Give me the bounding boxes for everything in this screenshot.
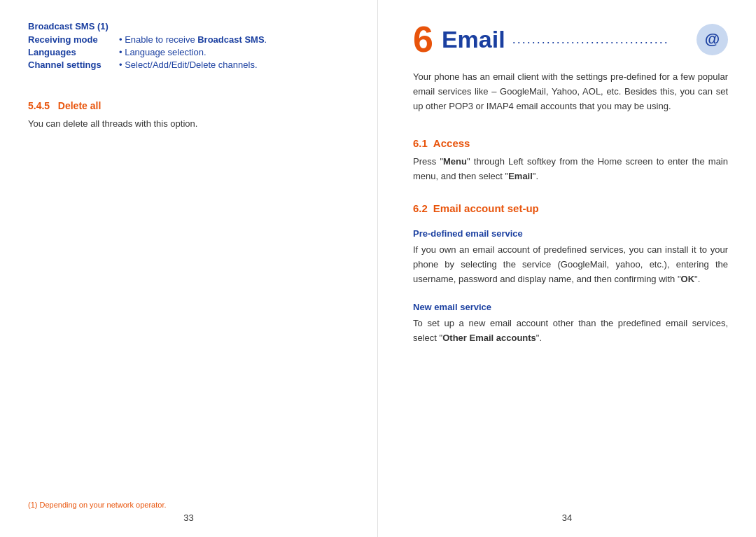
- section-545-text: You can delete all threads with this opt…: [28, 117, 349, 131]
- channel-settings-label: Channel settings: [28, 60, 119, 70]
- at-symbol: @: [705, 30, 720, 48]
- subsection-62-heading: 6.2 Email account set-up: [413, 202, 728, 214]
- subsection-61-title: Access: [433, 137, 470, 149]
- left-footnote: (1) Depending on your network operator.: [28, 501, 167, 509]
- subsection-62-number: 6.2: [413, 202, 428, 214]
- languages-label: Languages: [28, 47, 119, 57]
- subsection-61-heading: 6.1 Access: [413, 137, 728, 149]
- left-page: Broadcast SMS (1) Receiving mode • Enabl…: [0, 0, 378, 537]
- chapter-number: 6: [413, 21, 433, 57]
- section-545-heading: 5.4.5 Delete all: [28, 100, 349, 111]
- broadcast-row-languages: Languages • Language selection.: [28, 47, 349, 57]
- receiving-mode-prefix: • Enable to receive: [119, 34, 197, 45]
- receiving-mode-suffix: .: [265, 34, 267, 45]
- pre-defined-heading: Pre-defined email service: [413, 228, 728, 239]
- other-email-bold: Other Email accounts: [442, 333, 536, 343]
- email-at-icon: @: [696, 24, 728, 55]
- receiving-mode-desc: • Enable to receive Broadcast SMS.: [119, 34, 267, 45]
- subsection-61-text: Press "Menu" through Left softkey from t…: [413, 155, 728, 184]
- chapter-header: 6 Email ................................…: [413, 21, 728, 57]
- languages-desc: • Language selection.: [119, 47, 206, 57]
- new-email-text: To set up a new email account other than…: [413, 316, 728, 346]
- channel-settings-desc: • Select/Add/Edit/Delete channels.: [119, 60, 258, 70]
- subsection-61-number: 6.1: [413, 137, 428, 149]
- chapter-title: Email: [442, 26, 505, 53]
- subsection-62-title: Email account set-up: [433, 202, 539, 214]
- new-email-heading: New email service: [413, 302, 728, 312]
- broadcast-sms-bold: Broadcast SMS: [197, 34, 264, 45]
- chapter-dots: ................................: [512, 32, 696, 47]
- email-bold: Email: [508, 171, 533, 181]
- left-page-number: 33: [183, 512, 193, 523]
- chapter-title-container: Email ................................: [442, 26, 696, 53]
- chapter-intro-text: Your phone has an email client with the …: [413, 70, 728, 113]
- menu-bold: Menu: [443, 156, 467, 167]
- broadcast-row-channel: Channel settings • Select/Add/Edit/Delet…: [28, 60, 349, 70]
- right-page: 6 Email ................................…: [378, 0, 756, 537]
- broadcast-sms-title: Broadcast SMS (1): [28, 21, 349, 32]
- ok-bold: OK: [681, 274, 695, 284]
- right-page-number: 34: [562, 512, 572, 523]
- pre-defined-text: If you own an email account of predefine…: [413, 243, 728, 286]
- section-545-number: 5.4.5 Delete all: [28, 100, 101, 111]
- broadcast-row-receiving: Receiving mode • Enable to receive Broad…: [28, 34, 349, 45]
- receiving-mode-label: Receiving mode: [28, 34, 119, 45]
- broadcast-sms-section: Broadcast SMS (1) Receiving mode • Enabl…: [28, 21, 349, 72]
